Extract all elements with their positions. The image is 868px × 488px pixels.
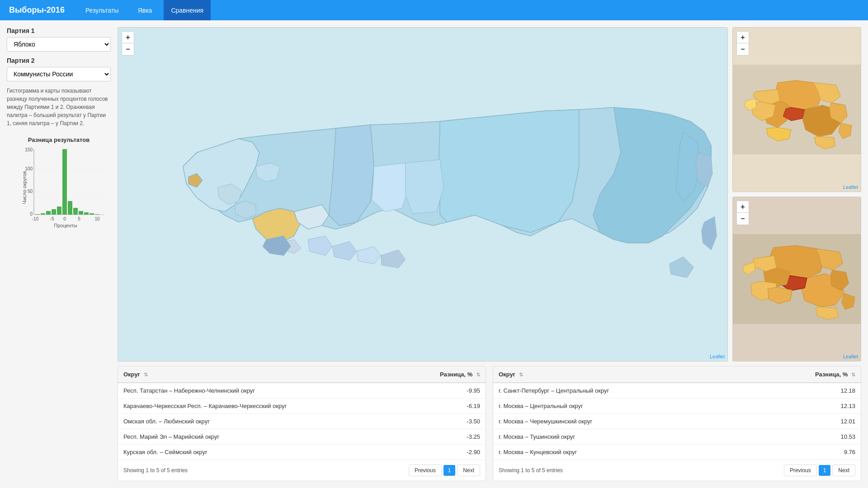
difference-value: -6.19 (402, 399, 486, 414)
main-map-zoom-out[interactable]: − (122, 43, 134, 55)
svg-text:100: 100 (25, 166, 33, 171)
table-row: Курская обл. – Сеймский округ-2.90 (118, 445, 486, 460)
main-map[interactable]: + − (118, 27, 728, 361)
district-name: Респ. Марий Эл – Марийский округ (118, 429, 402, 445)
table-row: Карачаево-Черкесская Респ. – Карачаево-Ч… (118, 399, 486, 414)
header: Выборы-2016 Результаты Явка Сравнения (0, 0, 868, 20)
small-map-bottom-svg (733, 197, 861, 361)
main-map-controls: + − (122, 31, 134, 56)
tables-row: Округ ⇅ Разница, % ⇅ Респ. Татарстан – Н… (118, 366, 861, 481)
difference-value: 12.13 (752, 399, 861, 414)
svg-rect-13 (57, 206, 61, 215)
table-row: г. Москва – Кунцевский округ9.76 (493, 445, 861, 460)
difference-value: -3.50 (402, 414, 486, 429)
svg-rect-12 (52, 209, 56, 215)
description-text: Гистограмма и карты показывают разницу п… (7, 87, 111, 127)
left-pagination: Previous 1 Next (409, 465, 480, 476)
app-title: Выборы-2016 (9, 5, 65, 15)
left-col1-sort[interactable]: ⇅ (144, 372, 148, 377)
difference-value: -9.95 (402, 383, 486, 399)
difference-value: 12.01 (752, 414, 861, 429)
party1-label: Партия 1 (7, 27, 111, 34)
svg-rect-17 (79, 211, 83, 215)
right-table: Округ ⇅ Разница, % ⇅ г. Санкт-Петербург … (493, 366, 861, 481)
svg-rect-11 (46, 211, 51, 215)
difference-value: 10.53 (752, 429, 861, 445)
district-name: г. Москва – Центральный округ (493, 399, 752, 414)
small-map-top-zoom-in[interactable]: + (737, 32, 749, 43)
nav-results[interactable]: Результаты (78, 0, 126, 20)
svg-rect-15 (68, 201, 72, 215)
right-col1-sort[interactable]: ⇅ (519, 372, 523, 377)
left-prev-btn[interactable]: Previous (409, 465, 442, 476)
table-row: г. Москва – Черемушкинский округ12.01 (493, 414, 861, 429)
district-name: г. Москва – Кунцевский округ (493, 445, 752, 460)
nav-turnout[interactable]: Явка (131, 0, 160, 20)
right-page-1[interactable]: 1 (819, 465, 831, 476)
party2-select[interactable]: Коммунисты России (7, 67, 111, 81)
left-table: Округ ⇅ Разница, % ⇅ Респ. Татарстан – Н… (118, 366, 486, 481)
small-map-top-leaflet[interactable]: Leaflet (843, 184, 858, 190)
svg-text:0: 0 (63, 216, 66, 221)
small-map-top[interactable]: + − (732, 27, 861, 192)
party1-section: Партия 1 Яблоко (7, 27, 111, 52)
table-row: Респ. Марий Эл – Марийский округ-3.25 (118, 429, 486, 445)
svg-rect-14 (62, 149, 67, 215)
difference-value: -3.25 (402, 429, 486, 445)
small-map-bottom-zoom-out[interactable]: − (737, 213, 749, 225)
small-map-bottom-leaflet[interactable]: Leaflet (843, 354, 858, 359)
right-prev-btn[interactable]: Previous (784, 465, 817, 476)
table-row: Омская обл. – Любинский округ-3.50 (118, 414, 486, 429)
party2-section: Партия 2 Коммунисты России (7, 57, 111, 81)
svg-text:-5: -5 (50, 216, 54, 221)
difference-value: -2.90 (402, 445, 486, 460)
table-row: Респ. Татарстан – Набережно‑Челнинский о… (118, 383, 486, 399)
right-next-btn[interactable]: Next (832, 465, 855, 476)
svg-text:10: 10 (94, 216, 100, 221)
left-panel: Партия 1 Яблоко Партия 2 Коммунисты Росс… (7, 27, 111, 481)
district-name: Курская обл. – Сеймский округ (118, 445, 402, 460)
small-map-top-svg (733, 28, 861, 192)
svg-rect-10 (41, 213, 45, 215)
small-map-bottom-zoom-in[interactable]: + (737, 201, 749, 213)
small-map-bottom[interactable]: + − (732, 197, 861, 361)
small-map-top-zoom-out[interactable]: − (737, 43, 749, 55)
party2-label: Партия 2 (7, 57, 111, 64)
right-table-footer: Showing 1 to 5 of 5 entries Previous 1 N… (493, 460, 861, 481)
left-col2-sort[interactable]: ⇅ (476, 372, 480, 377)
table-row: г. Санкт-Петербург – Центральный округ12… (493, 383, 861, 399)
difference-value: 9.76 (752, 445, 861, 460)
right-col1-header[interactable]: Округ ⇅ (493, 366, 752, 383)
histogram-chart: 0 50 100 150 (23, 147, 104, 224)
svg-text:0: 0 (30, 211, 33, 216)
right-col2-sort[interactable]: ⇅ (851, 372, 855, 377)
svg-text:-10: -10 (32, 216, 39, 221)
party1-select[interactable]: Яблоко (7, 37, 111, 52)
table-row: г. Москва – Тушинский округ10.53 (493, 429, 861, 445)
svg-text:150: 150 (25, 147, 33, 152)
small-map-top-controls: + − (736, 31, 749, 56)
russia-svg (118, 28, 727, 361)
svg-text:50: 50 (28, 189, 33, 194)
main-map-leaflet[interactable]: Leaflet (710, 354, 725, 359)
left-col2-header[interactable]: Разница, % ⇅ (402, 366, 486, 383)
left-page-1[interactable]: 1 (443, 465, 456, 476)
table-row: г. Москва – Центральный округ12.13 (493, 399, 861, 414)
left-col1-header[interactable]: Округ ⇅ (118, 366, 402, 383)
difference-value: 12.18 (752, 383, 861, 399)
district-name: Омская обл. – Любинский округ (118, 414, 402, 429)
small-map-bottom-controls: + − (736, 201, 749, 225)
right-data-table: Округ ⇅ Разница, % ⇅ г. Санкт-Петербург … (493, 366, 861, 460)
left-next-btn[interactable]: Next (457, 465, 480, 476)
svg-rect-16 (73, 208, 78, 215)
svg-rect-20 (95, 214, 99, 215)
y-axis-label: Число округов (22, 171, 27, 204)
right-col2-header[interactable]: Разница, % ⇅ (752, 366, 861, 383)
district-name: Респ. Татарстан – Набережно‑Челнинский о… (118, 383, 402, 399)
nav-comparison[interactable]: Сравнения (164, 0, 211, 20)
main-map-zoom-in[interactable]: + (122, 32, 134, 43)
chart-title: Разница результатов (7, 136, 111, 143)
svg-rect-19 (90, 213, 94, 215)
district-name: г. Москва – Тушинский округ (493, 429, 752, 445)
svg-rect-9 (35, 214, 40, 215)
